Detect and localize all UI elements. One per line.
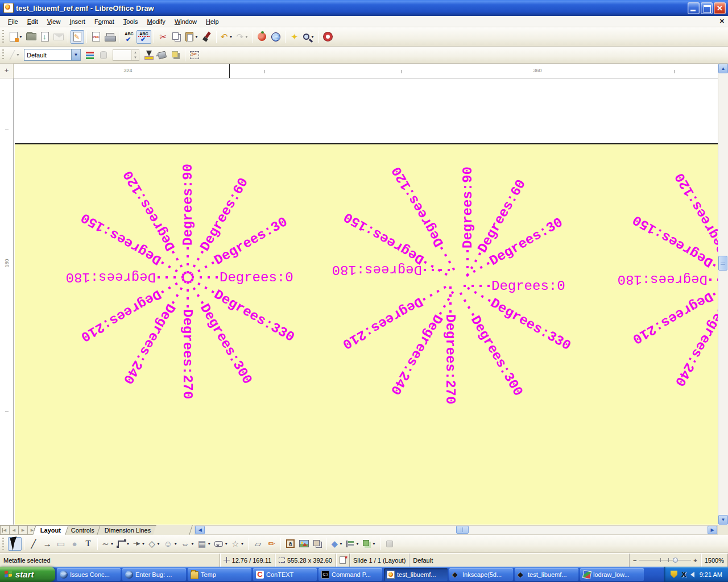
- color-button[interactable]: [83, 48, 97, 62]
- graphics-mode-select[interactable]: Default▼: [24, 49, 81, 61]
- cut-button[interactable]: ✂: [156, 30, 170, 44]
- vertical-ruler[interactable]: 180: [0, 78, 14, 525]
- new-button[interactable]: ▼: [8, 30, 24, 44]
- flowchart-tool[interactable]: ▤▼: [196, 537, 213, 551]
- spin-up-icon[interactable]: ▲: [131, 50, 139, 55]
- taskbar-button-inkscape-5d[interactable]: Inkscape(5d...: [449, 568, 513, 581]
- dropdown-arrow-icon[interactable]: ▼: [156, 542, 160, 546]
- open-button[interactable]: [24, 30, 38, 44]
- gallery-button[interactable]: [255, 30, 269, 44]
- chevron-down-icon[interactable]: ▼: [71, 49, 80, 60]
- connector-tool[interactable]: ▼: [116, 537, 132, 551]
- crop-button[interactable]: [188, 48, 201, 62]
- auto-spellcheck-toggle[interactable]: [136, 30, 151, 44]
- tab-dimension-lines[interactable]: Dimension Lines: [97, 525, 159, 535]
- taskbar-button-command-p[interactable]: C:\Command P...: [318, 568, 382, 581]
- navigator-button[interactable]: ✦: [288, 30, 301, 44]
- paste-button[interactable]: ▼: [184, 30, 200, 44]
- arrange-button[interactable]: ▼: [361, 537, 378, 551]
- fontwork-button[interactable]: a: [283, 537, 297, 551]
- print-button[interactable]: [103, 30, 117, 44]
- zoom-level-field[interactable]: 1500%: [701, 554, 728, 567]
- start-button[interactable]: start: [0, 567, 55, 582]
- scroll-down-button[interactable]: ▼: [718, 515, 728, 525]
- symbol-shapes-tool[interactable]: ☺▼: [162, 537, 179, 551]
- taskbar-button-issues-conc[interactable]: Issues Conc...: [57, 568, 121, 581]
- scroll-right-button[interactable]: ▶: [708, 526, 717, 534]
- dropdown-arrow-icon[interactable]: ▼: [19, 35, 23, 39]
- next-slide-button[interactable]: ▶: [18, 525, 27, 535]
- drawing-canvas[interactable]: Degrees:0Degrees:30Degrees:60Degrees:90D…: [14, 78, 718, 525]
- taskbar-button-lodraw-low[interactable]: lodraw_low...: [580, 568, 644, 581]
- dropdown-arrow-icon[interactable]: ▼: [372, 542, 376, 546]
- dropdown-arrow-icon[interactable]: ▼: [241, 542, 245, 546]
- scroll-left-button[interactable]: ◀: [195, 526, 205, 534]
- minimize-button[interactable]: [688, 2, 700, 14]
- dropdown-arrow-icon[interactable]: ▼: [16, 53, 20, 57]
- toolbar-grip-icon[interactable]: [1, 49, 6, 61]
- points-button[interactable]: ▱: [251, 537, 264, 551]
- rotate-button[interactable]: ◆▼: [329, 537, 344, 551]
- horizontal-scrollbar[interactable]: ◀ ▶: [195, 525, 718, 535]
- gallery-frames-button[interactable]: [311, 537, 324, 551]
- security-shield-icon[interactable]: [671, 571, 677, 578]
- export-pdf-button[interactable]: [89, 30, 103, 44]
- horizontal-scroll-thumb[interactable]: [456, 526, 469, 534]
- basic-shapes-tool[interactable]: ◇▼: [147, 537, 162, 551]
- menu-item-window[interactable]: Window: [170, 17, 201, 26]
- spin-down-icon[interactable]: ▼: [131, 55, 139, 60]
- dropdown-arrow-icon[interactable]: ▼: [355, 542, 359, 546]
- spelling-button[interactable]: [122, 30, 136, 44]
- transparency-spinner-value[interactable]: [113, 50, 131, 60]
- select-tool[interactable]: [8, 537, 22, 551]
- ruler-origin[interactable]: +: [0, 64, 14, 78]
- clone-formatting-button[interactable]: [200, 30, 214, 44]
- zoom-button[interactable]: ▼: [301, 30, 316, 44]
- x-server-icon[interactable]: X: [681, 570, 686, 579]
- dropdown-arrow-icon[interactable]: ▼: [229, 35, 233, 39]
- curve-tool[interactable]: ∼▼: [100, 537, 116, 551]
- zoom-in-button[interactable]: +: [693, 557, 697, 564]
- area-button[interactable]: [155, 48, 169, 62]
- menu-item-insert[interactable]: Insert: [65, 17, 90, 26]
- page-style-field[interactable]: Default: [410, 554, 630, 567]
- vertical-scroll-track[interactable]: [718, 73, 728, 515]
- insert-image-button[interactable]: [297, 537, 311, 551]
- lines-arrows-tool[interactable]: –▶▼: [131, 537, 147, 551]
- dropdown-arrow-icon[interactable]: ▼: [224, 542, 228, 546]
- taskbar-button-test-libuemf[interactable]: test_libuemf...: [384, 568, 448, 581]
- gluepoints-button[interactable]: ✏: [264, 537, 278, 551]
- previous-slide-button[interactable]: ◀: [9, 525, 18, 535]
- maximize-button[interactable]: [701, 2, 713, 14]
- first-slide-button[interactable]: ◀: [0, 525, 9, 535]
- block-arrows-tool[interactable]: ⇔▼: [179, 537, 196, 551]
- undo-button[interactable]: ↶▼: [219, 30, 235, 44]
- vertical-scrollbar[interactable]: ▲ ▼: [718, 64, 728, 525]
- menu-item-view[interactable]: View: [43, 17, 65, 26]
- dropdown-arrow-icon[interactable]: ▼: [126, 542, 130, 546]
- dropdown-arrow-icon[interactable]: ▼: [141, 542, 145, 546]
- line-tool[interactable]: ╱: [27, 537, 40, 551]
- toolbar-grip-icon[interactable]: [1, 30, 6, 43]
- taskbar-button-temp[interactable]: Temp: [188, 568, 251, 581]
- ellipse-tool[interactable]: ●: [68, 537, 81, 551]
- rectangle-tool[interactable]: ▭: [54, 537, 68, 551]
- menu-item-modify[interactable]: Modify: [142, 17, 169, 26]
- menu-item-file[interactable]: File: [3, 17, 23, 26]
- dropdown-arrow-icon[interactable]: ▼: [245, 35, 249, 39]
- transparency-spinner[interactable]: ▲▼: [113, 49, 139, 61]
- dropdown-arrow-icon[interactable]: ▼: [191, 542, 195, 546]
- vertical-scroll-thumb[interactable]: [718, 256, 727, 271]
- menu-item-tools[interactable]: Tools: [119, 17, 143, 26]
- horizontal-ruler[interactable]: 324360: [14, 64, 718, 78]
- zoom-out-button[interactable]: −: [633, 557, 636, 564]
- dropdown-arrow-icon[interactable]: ▼: [339, 542, 343, 546]
- stars-tool[interactable]: ☆▼: [230, 537, 246, 551]
- menu-item-edit[interactable]: Edit: [23, 17, 43, 26]
- scroll-up-button[interactable]: ▲: [718, 64, 728, 73]
- menu-item-help[interactable]: Help: [201, 17, 224, 26]
- shadow-button[interactable]: [169, 48, 183, 62]
- edit-file-toggle[interactable]: [71, 30, 84, 44]
- volume-icon[interactable]: [690, 572, 694, 577]
- taskbar-button-context[interactable]: CConTEXT: [253, 568, 317, 581]
